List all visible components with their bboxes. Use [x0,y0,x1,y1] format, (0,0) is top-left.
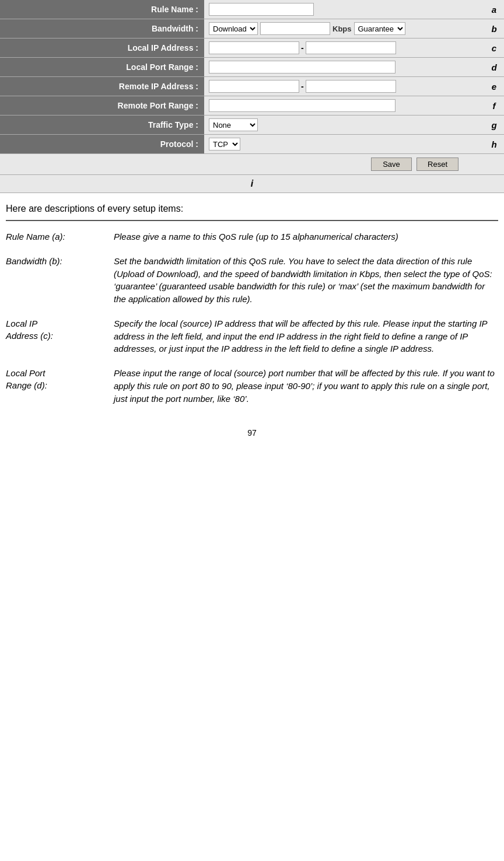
bandwidth-direction-select[interactable]: Download Upload [209,22,258,35]
row-letter-g: g [487,116,504,135]
local-ip-row: Local IP Address : - c [0,38,504,58]
desc-term-bandwidth: Bandwidth (b): [6,255,114,317]
desc-row-rule-name: Rule Name (a): Please give a name to thi… [6,230,498,255]
local-ip-end-input[interactable] [306,41,396,54]
protocol-row: Protocol : TCP UDP Both h [0,135,504,154]
ip-dash-separator: - [301,43,304,52]
row-letter-d: d [487,58,504,77]
remote-port-input-cell [204,96,487,116]
page-number: 97 [6,428,498,443]
row-letter-e: e [487,77,504,96]
row-letter-f: f [487,96,504,116]
desc-term-local-ip: Local IP Address (c): [6,317,114,367]
rule-name-row: Rule Name : a [0,0,504,19]
protocol-select[interactable]: TCP UDP Both [209,138,240,150]
rule-name-input-cell [204,0,487,19]
row-letter-a: a [487,0,504,19]
section-divider [6,220,498,221]
save-reset-area: Save Reset [5,158,482,171]
desc-def-local-ip: Specify the local (source) IP address th… [114,317,498,367]
local-ip-start-input[interactable] [209,41,299,54]
remote-ip-start-input[interactable] [209,80,299,93]
desc-row-bandwidth: Bandwidth (b): Set the bandwidth limitat… [6,255,498,317]
desc-term-local-port: Local Port Range (d): [6,367,114,416]
button-row: Save Reset [0,154,504,175]
letter-i-cell: i [0,175,504,193]
bandwidth-speed-input[interactable] [260,22,330,35]
local-ip-controls: - [209,41,482,54]
protocol-input-cell: TCP UDP Both [204,135,487,154]
descriptions-intro: Here are descriptions of every setup ite… [6,204,498,214]
qos-form-table: Rule Name : a Bandwidth : Download Uploa… [0,0,504,193]
desc-term-rule-name: Rule Name (a): [6,230,114,255]
protocol-label: Protocol : [0,135,204,154]
remote-port-label: Remote Port Range : [0,96,204,116]
remote-ip-input-cell: - [204,77,487,96]
reset-button[interactable]: Reset [416,158,459,171]
desc-def-rule-name: Please give a name to this QoS rule (up … [114,230,498,255]
desc-row-local-port: Local Port Range (d): Please input the r… [6,367,498,416]
bandwidth-input-cell: Download Upload Kbps Guarantee Max [204,19,487,38]
local-port-input-cell [204,58,487,77]
local-port-label: Local Port Range : [0,58,204,77]
remote-port-row: Remote Port Range : f [0,96,504,116]
remote-ip-label: Remote IP Address : [0,77,204,96]
rule-name-label: Rule Name : [0,0,204,19]
save-button[interactable]: Save [371,158,412,171]
local-port-row: Local Port Range : d [0,58,504,77]
descriptions-section: Here are descriptions of every setup ite… [0,193,504,449]
kbps-label: Kbps [332,24,352,33]
traffic-type-select[interactable]: None DSCP EF DSCP AF DSCP CS [209,118,258,131]
remote-ip-end-input[interactable] [306,80,396,93]
remote-ip-controls: - [209,80,482,93]
desc-def-bandwidth: Set the bandwidth limitation of this QoS… [114,255,498,317]
local-ip-label: Local IP Address : [0,38,204,58]
rule-name-input[interactable] [209,3,314,16]
desc-row-local-ip: Local IP Address (c): Specify the local … [6,317,498,367]
remote-port-input[interactable] [209,99,396,112]
bandwidth-type-select[interactable]: Guarantee Max [354,22,405,35]
button-cell: Save Reset [0,154,487,175]
desc-def-local-port: Please input the range of local (source)… [114,367,498,416]
traffic-type-label: Traffic Type : [0,116,204,135]
local-port-input[interactable] [209,61,396,74]
row-letter-b: b [487,19,504,38]
bandwidth-label: Bandwidth : [0,19,204,38]
local-ip-input-cell: - [204,38,487,58]
bandwidth-row: Bandwidth : Download Upload Kbps Guarant… [0,19,504,38]
descriptions-table: Rule Name (a): Please give a name to thi… [6,230,498,416]
empty-letter-cell [487,154,504,175]
bandwidth-controls: Download Upload Kbps Guarantee Max [209,22,482,35]
traffic-type-row: Traffic Type : None DSCP EF DSCP AF DSCP… [0,116,504,135]
row-letter-h: h [487,135,504,154]
remote-ip-row: Remote IP Address : - e [0,77,504,96]
letter-i-row: i [0,175,504,193]
remote-ip-dash-separator: - [301,82,304,91]
traffic-type-input-cell: None DSCP EF DSCP AF DSCP CS [204,116,487,135]
row-letter-c: c [487,38,504,58]
